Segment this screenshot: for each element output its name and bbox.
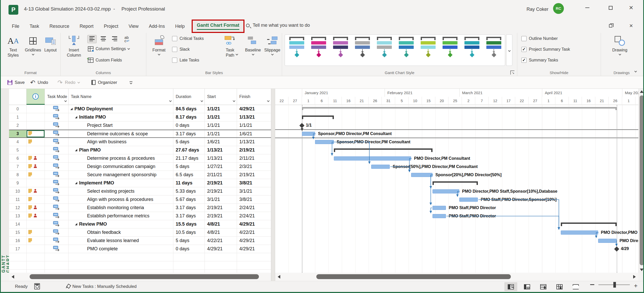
milestone-diamond[interactable] xyxy=(614,246,619,252)
overallocated-resource-icon[interactable] xyxy=(33,156,37,161)
row-number[interactable]: 15 xyxy=(9,228,27,236)
finish-cell[interactable]: 2/24/21 xyxy=(237,212,271,220)
scroll-left-icon[interactable] xyxy=(12,275,14,279)
finish-cell[interactable]: 2/3/21 xyxy=(237,163,271,171)
gantt-style-swatch[interactable] xyxy=(463,37,481,64)
finish-cell[interactable]: 2/11/21 xyxy=(237,154,271,162)
task-name-cell[interactable]: Implement PMO xyxy=(69,179,173,187)
team-planner-view-button[interactable] xyxy=(537,282,550,291)
task-row[interactable]: 14Review PMO15.5 days4/8/214/29/21 xyxy=(9,220,271,228)
collapse-triangle-icon[interactable] xyxy=(75,147,79,153)
task-mode-cell[interactable] xyxy=(45,138,69,146)
finish-cell[interactable]: 2/24/21 xyxy=(237,204,271,212)
baseline-button[interactable]: Baseline xyxy=(242,35,264,55)
checkbox-slack[interactable]: Slack xyxy=(172,47,190,52)
scroll-right-icon[interactable] xyxy=(633,275,636,279)
task-name-cell[interactable]: Determine outcomes & scope xyxy=(69,130,173,137)
collapse-triangle-icon[interactable] xyxy=(75,221,79,227)
gantt-chart-view-button[interactable] xyxy=(504,282,517,291)
finish-cell[interactable]: 3/8/21 xyxy=(237,196,271,203)
duration-cell[interactable]: 5.33 days xyxy=(173,187,205,195)
info-cell[interactable] xyxy=(27,196,45,203)
row-number[interactable]: 8 xyxy=(9,171,27,179)
task-row[interactable]: 1Initiate PMO8.17 days1/1/211/13/21 xyxy=(9,113,271,121)
info-cell[interactable] xyxy=(27,212,45,220)
row-number[interactable]: 14 xyxy=(9,220,27,228)
start-cell[interactable]: 1/1/21 xyxy=(205,105,237,113)
summary-bar[interactable] xyxy=(561,223,617,224)
gantt-style-swatch[interactable] xyxy=(485,37,503,64)
vertical-scroll-thumb[interactable] xyxy=(640,95,644,265)
gridlines-button[interactable]: Gridlines xyxy=(24,35,41,55)
task-mode-cell[interactable] xyxy=(45,220,69,228)
collapse-triangle-icon[interactable] xyxy=(75,180,79,186)
row-number[interactable]: 9 xyxy=(9,179,27,187)
task-name-cell[interactable]: Review PMO xyxy=(69,220,173,228)
info-cell[interactable] xyxy=(27,179,45,187)
redo-button[interactable]: ↷ Redo xyxy=(57,76,80,89)
scroll-left-icon[interactable] xyxy=(278,275,280,279)
info-cell[interactable] xyxy=(27,163,45,171)
slippage-button[interactable]: Slippage xyxy=(263,35,282,55)
note-icon[interactable] xyxy=(28,238,32,244)
row-number-header[interactable] xyxy=(9,89,27,105)
row-number[interactable]: 4 xyxy=(9,138,27,146)
tab-project[interactable]: Project xyxy=(100,20,122,33)
task-mode-cell[interactable] xyxy=(45,154,69,162)
task-name-cell[interactable]: Establish performance metrics xyxy=(69,212,173,220)
row-number[interactable]: 16 xyxy=(9,237,27,245)
gantt-style-swatch[interactable] xyxy=(441,37,459,64)
task-name-cell[interactable]: Secure management sponsorship xyxy=(69,171,173,179)
duration-cell[interactable]: 0 days xyxy=(173,121,205,129)
note-icon[interactable] xyxy=(28,213,32,219)
duration-cell[interactable]: 0 days xyxy=(173,245,205,253)
gantt-bar[interactable] xyxy=(302,132,315,136)
gantt-bar[interactable] xyxy=(315,140,334,144)
task-mode-cell[interactable] xyxy=(45,121,69,129)
note-icon[interactable] xyxy=(28,189,32,194)
info-cell[interactable] xyxy=(27,154,45,162)
info-cell[interactable] xyxy=(27,105,45,113)
duration-cell[interactable]: 5.67 days xyxy=(173,196,205,203)
task-mode-cell[interactable] xyxy=(45,212,69,220)
table-horizontal-scrollbar[interactable] xyxy=(9,273,271,281)
task-name-cell[interactable]: Initiate PMO xyxy=(69,113,173,121)
duration-cell[interactable]: 3.17 days xyxy=(173,212,205,220)
column-settings-button[interactable]: Column Settings xyxy=(88,46,130,51)
finish-cell[interactable]: 4/29/21 xyxy=(237,105,271,113)
chart-horizontal-scrollbar[interactable] xyxy=(275,273,638,281)
task-mode-cell[interactable] xyxy=(45,245,69,253)
duration-cell[interactable]: 8.17 days xyxy=(173,113,205,121)
gantt-bar[interactable] xyxy=(598,239,617,243)
gantt-bar[interactable] xyxy=(459,198,478,202)
overallocated-resource-icon[interactable] xyxy=(33,205,37,210)
duration-cell[interactable]: 21.17 days xyxy=(173,154,205,162)
text-styles-button[interactable]: AA Text Styles xyxy=(3,35,23,58)
checkbox-critical-tasks[interactable]: Critical Tasks xyxy=(172,36,204,41)
zoom-slider-thumb[interactable] xyxy=(613,282,616,288)
checkbox-summary-tasks[interactable]: ✓Summary Tasks xyxy=(521,58,558,63)
task-row[interactable]: 3Determine outcomes & scope3.17 days1/1/… xyxy=(9,130,271,138)
tab-file[interactable]: File xyxy=(9,20,23,33)
close-document-button[interactable]: × xyxy=(623,18,639,33)
finish-cell[interactable]: 1/13/21 xyxy=(237,138,271,146)
resource-sheet-view-button[interactable] xyxy=(553,282,566,291)
task-name-header[interactable]: Task Name xyxy=(69,89,173,105)
new-tasks-status[interactable]: New Tasks : Manually Scheduled xyxy=(65,284,137,289)
task-name-cell[interactable]: Obtain feedback xyxy=(69,228,173,236)
start-cell[interactable]: 1/27/21 xyxy=(205,163,237,171)
finish-cell[interactable]: 3/1/21 xyxy=(237,187,271,195)
summary-bar[interactable] xyxy=(334,148,433,150)
info-cell[interactable] xyxy=(27,228,45,236)
start-cell[interactable]: 3/1/21 xyxy=(205,196,237,203)
scroll-up-icon[interactable] xyxy=(640,90,643,93)
start-cell[interactable]: 1/1/21 xyxy=(205,113,237,121)
task-mode-cell[interactable] xyxy=(45,130,69,137)
row-number[interactable]: 0 xyxy=(9,105,27,113)
checkbox-late-tasks[interactable]: Late Tasks xyxy=(172,58,199,63)
unchecked-checkbox-icon[interactable] xyxy=(172,47,177,52)
layout-button[interactable]: Layout xyxy=(43,35,58,53)
row-number[interactable]: 5 xyxy=(9,146,27,154)
row-number[interactable]: 10 xyxy=(9,187,27,195)
gantt-style-swatch[interactable] xyxy=(331,37,350,64)
